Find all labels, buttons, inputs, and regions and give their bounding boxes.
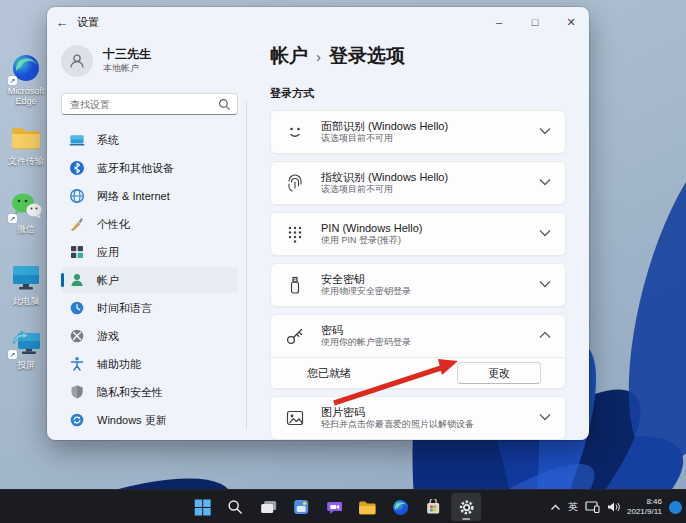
- volume-icon[interactable]: [607, 501, 620, 513]
- settings-sidebar: 十三先生 本地帐户 系统: [47, 37, 252, 440]
- card-password-header[interactable]: 密码 使用你的帐户密码登录: [271, 315, 565, 357]
- settings-button[interactable]: [451, 493, 481, 521]
- sidebar-item-accounts[interactable]: 帐户: [61, 267, 238, 293]
- accessibility-icon: [69, 356, 85, 372]
- search-icon: [218, 98, 231, 111]
- titlebar[interactable]: ← 设置 – □ ✕: [47, 7, 589, 37]
- card-title: PIN (Windows Hello): [321, 222, 422, 236]
- breadcrumb-separator: ›: [316, 48, 321, 65]
- card-password-expanded: 您已就绪 更改: [271, 357, 565, 388]
- sidebar-item-label: 时间和语言: [97, 301, 152, 316]
- pane-divider: [246, 102, 247, 430]
- system-icon: [69, 132, 85, 148]
- gear-icon: [458, 499, 475, 516]
- desktop-icon-this-pc[interactable]: 此电脑: [0, 262, 52, 306]
- person-icon: [68, 52, 86, 70]
- breadcrumb: 帐户 › 登录选项: [270, 43, 566, 69]
- chevron-down-icon[interactable]: [539, 178, 551, 186]
- network-icon: [69, 188, 85, 204]
- face-recognition-icon: [285, 122, 305, 142]
- card-picture-password: 图片密码 轻扫并点击你最喜爱的照片以解锁设备: [270, 396, 566, 440]
- notification-badge[interactable]: [669, 501, 682, 514]
- widgets-button[interactable]: [286, 493, 316, 521]
- card-desc: 使用 PIN 登录(推荐): [321, 235, 422, 246]
- sidebar-item-personalization[interactable]: 个性化: [61, 211, 238, 237]
- card-desc: 使用物理安全密钥登录: [321, 286, 411, 297]
- privacy-shield-icon: [69, 384, 85, 400]
- password-key-icon: [285, 326, 305, 346]
- section-title: 登录方式: [270, 86, 566, 101]
- sidebar-item-label: 蓝牙和其他设备: [97, 161, 174, 176]
- chevron-down-icon[interactable]: [539, 229, 551, 237]
- desktop-icon-edge[interactable]: ↗ Microsoft Edge: [0, 52, 52, 107]
- ime-indicator[interactable]: 英: [568, 500, 578, 514]
- sidebar-item-apps[interactable]: 应用: [61, 239, 238, 265]
- chevron-down-icon[interactable]: [539, 413, 551, 421]
- sidebar-item-time-language[interactable]: 时间和语言: [61, 295, 238, 321]
- sidebar-item-windows-update[interactable]: Windows 更新: [61, 407, 238, 433]
- desktop-icon-label: 投屏: [17, 360, 35, 370]
- card-security-key: 安全密钥 使用物理安全密钥登录: [270, 263, 566, 307]
- store-button[interactable]: [418, 493, 448, 521]
- taskbar-search-button[interactable]: [220, 493, 250, 521]
- sidebar-item-bluetooth[interactable]: 蓝牙和其他设备: [61, 155, 238, 181]
- chevron-up-icon[interactable]: [539, 331, 551, 339]
- card-desc: 轻扫并点击你最喜爱的照片以解锁设备: [321, 419, 474, 430]
- card-pin-header[interactable]: PIN (Windows Hello) 使用 PIN 登录(推荐): [271, 213, 565, 255]
- card-face-recognition: 面部识别 (Windows Hello) 该选项目前不可用: [270, 110, 566, 154]
- settings-window: ← 设置 – □ ✕ 十三先生 本地帐户: [47, 7, 589, 440]
- breadcrumb-accounts[interactable]: 帐户: [270, 43, 308, 69]
- user-profile[interactable]: 十三先生 本地帐户: [61, 45, 238, 77]
- maximize-button[interactable]: □: [517, 7, 553, 37]
- card-security-key-header[interactable]: 安全密钥 使用物理安全密钥登录: [271, 264, 565, 306]
- sidebar-item-privacy[interactable]: 隐私和安全性: [61, 379, 238, 405]
- start-button[interactable]: [187, 493, 217, 521]
- file-explorer-button[interactable]: [352, 493, 382, 521]
- desktop-icon-wechat[interactable]: ↗ 微信: [0, 190, 52, 234]
- chevron-down-icon[interactable]: [539, 127, 551, 135]
- desktop-icon-folder[interactable]: 文件传输: [0, 122, 52, 166]
- time-language-icon: [69, 300, 85, 316]
- sidebar-item-gaming[interactable]: 游戏: [61, 323, 238, 349]
- clock[interactable]: 8:46 2021/9/11: [627, 497, 662, 518]
- search-input[interactable]: [62, 94, 237, 114]
- monitor-icon: [10, 263, 42, 293]
- sidebar-item-system[interactable]: 系统: [61, 127, 238, 153]
- chevron-down-icon[interactable]: [539, 280, 551, 288]
- card-title: 安全密钥: [321, 273, 411, 287]
- desktop-icon-cast[interactable]: ↗ 投屏: [0, 326, 52, 370]
- card-fingerprint-header[interactable]: 指纹识别 (Windows Hello) 该选项目前不可用: [271, 162, 565, 204]
- tray-time: 8:46: [627, 497, 662, 507]
- tray-overflow-chevron-icon[interactable]: [550, 504, 561, 511]
- file-explorer-icon: [358, 500, 376, 515]
- card-title: 密码: [321, 324, 411, 338]
- minimize-button[interactable]: –: [481, 7, 517, 37]
- network-icon[interactable]: [585, 501, 600, 513]
- card-desc: 该选项目前不可用: [321, 184, 448, 195]
- settings-nav: 系统 蓝牙和其他设备 网络 & Internet: [61, 127, 238, 435]
- card-desc: 使用你的帐户密码登录: [321, 337, 411, 348]
- chat-icon: [326, 499, 342, 515]
- card-picture-password-header[interactable]: 图片密码 轻扫并点击你最喜爱的照片以解锁设备: [271, 397, 565, 439]
- task-view-button[interactable]: [253, 493, 283, 521]
- task-view-icon: [260, 500, 277, 515]
- settings-search[interactable]: [61, 93, 238, 115]
- shortcut-arrow-icon: ↗: [8, 76, 17, 85]
- back-button[interactable]: ←: [47, 15, 77, 30]
- chat-button[interactable]: [319, 493, 349, 521]
- desktop: ↗ Microsoft Edge 文件传输 ↗ 微信: [0, 0, 686, 523]
- card-face-recognition-header[interactable]: 面部识别 (Windows Hello) 该选项目前不可用: [271, 111, 565, 153]
- close-button[interactable]: ✕: [553, 7, 589, 37]
- account-type: 本地帐户: [103, 62, 151, 75]
- sidebar-item-label: 游戏: [97, 329, 119, 344]
- microsoft-store-icon: [425, 499, 441, 515]
- sidebar-item-accessibility[interactable]: 辅助功能: [61, 351, 238, 377]
- accounts-icon: [69, 272, 85, 288]
- edge-button[interactable]: [385, 493, 415, 521]
- card-title: 指纹识别 (Windows Hello): [321, 171, 448, 185]
- sidebar-item-network[interactable]: 网络 & Internet: [61, 183, 238, 209]
- sidebar-item-label: 应用: [97, 245, 119, 260]
- windows-update-icon: [69, 412, 85, 428]
- taskbar: 英 8:46 2021/9/11: [0, 489, 686, 523]
- change-password-button[interactable]: 更改: [457, 362, 541, 384]
